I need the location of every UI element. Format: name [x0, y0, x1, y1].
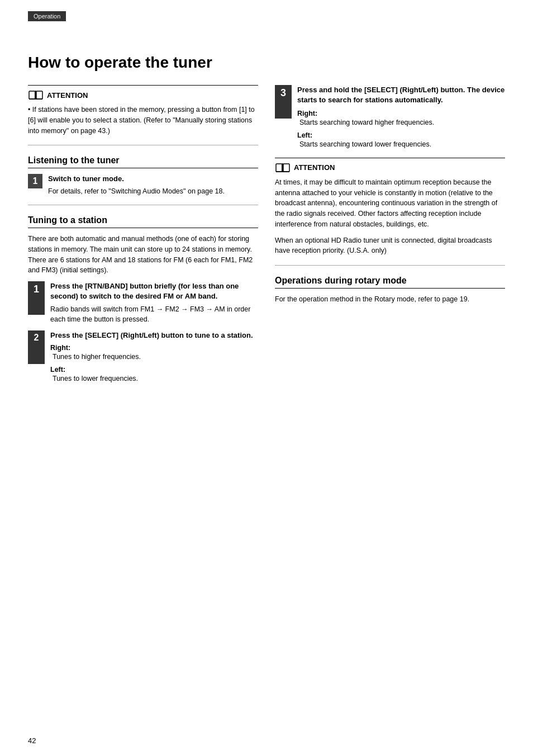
listen-step-1: 1 Switch to tuner mode. For details, ref… [28, 174, 258, 197]
step2-right-body: Tunes to higher frequencies. [53, 352, 258, 362]
svg-rect-6 [283, 164, 289, 172]
tuning-step-1-content: Press the [RTN/BAND] button briefly (for… [50, 281, 258, 325]
left-column: ATTENTION • If stations have been stored… [28, 85, 258, 390]
header-label: Operation [28, 11, 66, 21]
tuning-step-2-content: Press the [SELECT] (Right/Left) button t… [50, 330, 258, 384]
tuning-step-2-title: Press the [SELECT] (Right/Left) button t… [50, 330, 258, 341]
attention-label-2: ATTENTION [294, 163, 335, 172]
operations-section-title: Operations during rotary mode [275, 276, 505, 289]
right-step-num-3: 3 [275, 85, 292, 119]
divider-3 [275, 265, 505, 266]
tuning-step-num-1: 1 [28, 281, 45, 315]
main-content: ATTENTION • If stations have been stored… [28, 85, 505, 390]
svg-rect-1 [36, 91, 42, 99]
attention-text-1: • If stations have been stored in the me… [28, 105, 258, 136]
step3-right-label: Right: [297, 110, 505, 117]
step2-right-label: Right: [50, 344, 258, 352]
listen-step-1-content: Switch to tuner mode. For details, refer… [48, 174, 258, 197]
listen-step-1-title: Switch to tuner mode. [48, 174, 258, 184]
attention-header-1: ATTENTION [28, 89, 258, 101]
attention-box-1: ATTENTION • If stations have been stored… [28, 85, 258, 136]
tuning-intro: There are both automatic and manual meth… [28, 234, 258, 276]
page-number: 42 [28, 736, 36, 745]
operations-body: For the operation method in the Rotary m… [275, 294, 505, 305]
tuning-step-num-2: 2 [28, 330, 45, 364]
step3-left-body: Starts searching toward lower frequencie… [299, 139, 505, 150]
divider-2 [28, 205, 258, 205]
step-num-1: 1 [28, 174, 42, 188]
attention-text-2a: At times, it may be difficult to maintai… [275, 177, 505, 230]
page-title: How to operate the tuner [28, 54, 505, 72]
page: Operation How to operate the tuner [0, 0, 533, 756]
step3-right-body: Starts searching toward higher frequenci… [299, 117, 505, 128]
step3-left-label: Left: [297, 131, 505, 139]
attention-text-2b: When an optional HD Radio tuner unit is … [275, 235, 505, 257]
tuning-step-1: 1 Press the [RTN/BAND] button briefly (f… [28, 281, 258, 325]
attention-icon-2 [275, 162, 291, 174]
right-step-3-content: Press and hold the [SELECT] (Right/Left)… [297, 85, 505, 150]
attention-icon-1 [28, 89, 44, 101]
tuning-section-title: Tuning to a station [28, 215, 258, 228]
step2-left-label: Left: [50, 366, 258, 374]
attention-box-2: ATTENTION At times, it may be difficult … [275, 158, 505, 256]
right-column: 3 Press and hold the [SELECT] (Right/Lef… [275, 85, 505, 390]
tuning-step-1-body: Radio bands will switch from FM1 → FM2 →… [50, 304, 258, 325]
divider-1 [28, 145, 258, 145]
svg-rect-0 [29, 91, 35, 99]
tuning-step-2: 2 Press the [SELECT] (Right/Left) button… [28, 330, 258, 384]
listening-section-title: Listening to the tuner [28, 155, 258, 168]
step2-left-body: Tunes to lower frequencies. [53, 374, 258, 384]
attention-header-2: ATTENTION [275, 162, 505, 174]
svg-rect-5 [276, 164, 282, 172]
right-step-3-title: Press and hold the [SELECT] (Right/Left)… [297, 85, 505, 105]
attention-label-1: ATTENTION [47, 91, 88, 100]
listen-step-1-body: For details, refer to "Switching Audio M… [48, 186, 258, 197]
right-step-3: 3 Press and hold the [SELECT] (Right/Lef… [275, 85, 505, 150]
tuning-step-1-title: Press the [RTN/BAND] button briefly (for… [50, 281, 258, 301]
